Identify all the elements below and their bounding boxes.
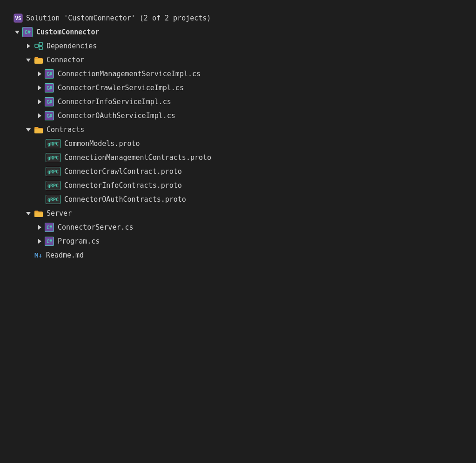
grpc-icon-5: gRPC — [46, 195, 60, 204]
cs-file-item[interactable]: C# ConnectorInfoServiceImpl.cs — [0, 95, 476, 109]
connector-folder-icon — [34, 55, 44, 65]
cs-server-icon-1: C# — [45, 223, 54, 232]
grpc-icon-2: gRPC — [46, 153, 60, 162]
proto-file-item[interactable]: gRPC ConnectorInfoContracts.proto — [0, 179, 476, 192]
dependencies-icon — [34, 41, 44, 51]
connector-folder-chevron — [24, 56, 33, 64]
svg-rect-2 — [35, 44, 38, 47]
proto-file-item[interactable]: gRPC ConnectorCrawlContract.proto — [0, 165, 476, 179]
proto-file-item[interactable]: gRPC CommonModels.proto — [0, 137, 476, 151]
cs-server-chevron-1 — [35, 223, 44, 232]
proto-label-3: ConnectorCrawlContract.proto — [64, 167, 182, 176]
solution-explorer: VS Solution 'CustomConnector' (2 of 2 pr… — [0, 7, 476, 266]
cs-icon-4: C# — [45, 111, 54, 120]
project-label: CustomConnector — [36, 28, 99, 36]
server-folder-icon — [34, 208, 44, 218]
solution-icon: VS — [13, 13, 23, 23]
dependencies-label: Dependencies — [47, 42, 97, 50]
cs-icon-3: C# — [45, 97, 54, 106]
readme-item[interactable]: M↓ Readme.md — [0, 248, 476, 262]
svg-text:VS: VS — [15, 15, 21, 21]
markdown-icon: M↓ — [34, 251, 42, 259]
proto-label-4: ConnectorInfoContracts.proto — [64, 181, 182, 190]
chevron-placeholder — [4, 14, 12, 22]
grpc-icon-1: gRPC — [46, 139, 60, 148]
cs-icon-2: C# — [45, 83, 54, 93]
grpc-icon-4: gRPC — [46, 181, 60, 190]
contracts-folder-chevron — [24, 126, 33, 134]
dependencies-chevron — [24, 42, 33, 50]
svg-rect-4 — [39, 46, 42, 50]
server-folder-label: Server — [47, 209, 72, 218]
cs-server-chevron-2 — [35, 237, 44, 245]
project-chevron — [13, 28, 21, 36]
project-item[interactable]: C# CustomConnector — [0, 25, 476, 39]
cs-server-file-item[interactable]: C# Program.cs — [0, 234, 476, 248]
proto-label-1: CommonModels.proto — [64, 139, 140, 148]
dependencies-item[interactable]: Dependencies — [0, 39, 476, 53]
grpc-icon-3: gRPC — [46, 167, 60, 176]
solution-item[interactable]: VS Solution 'CustomConnector' (2 of 2 pr… — [0, 11, 476, 25]
cs-file-item[interactable]: C# ConnectorOAuthServiceImpl.cs — [0, 109, 476, 123]
cs-file-chevron — [35, 70, 44, 78]
cs-server-file-item[interactable]: C# ConnectorServer.cs — [0, 220, 476, 234]
csharp-project-icon: C# — [22, 27, 33, 37]
cs-file-chevron-2 — [35, 84, 44, 92]
file-label-2: ConnectorCrawlerServiceImpl.cs — [58, 84, 184, 92]
contracts-folder-icon — [34, 125, 44, 135]
solution-label: Solution 'CustomConnector' (2 of 2 proje… — [26, 14, 211, 22]
readme-label: Readme.md — [46, 251, 84, 259]
cs-file-chevron-3 — [35, 98, 44, 106]
cs-file-item[interactable]: C# ConnectorCrawlerServiceImpl.cs — [0, 81, 476, 95]
proto-file-item[interactable]: gRPC ConnectorOAuthContracts.proto — [0, 192, 476, 206]
server-folder-item[interactable]: Server — [0, 206, 476, 220]
connector-folder-label: Connector — [47, 56, 84, 64]
server-file-label-1: ConnectorServer.cs — [58, 223, 134, 232]
contracts-folder-label: Contracts — [47, 126, 84, 134]
cs-server-icon-2: C# — [45, 237, 54, 246]
contracts-folder-item[interactable]: Contracts — [0, 123, 476, 137]
svg-rect-3 — [39, 42, 42, 46]
file-label-1: ConnectionManagementServiceImpl.cs — [58, 70, 201, 78]
file-label-4: ConnectorOAuthServiceImpl.cs — [58, 112, 175, 120]
cs-file-chevron-4 — [35, 112, 44, 120]
proto-file-item[interactable]: gRPC ConnectionManagementContracts.proto — [0, 151, 476, 165]
server-folder-chevron — [24, 209, 33, 218]
proto-label-2: ConnectionManagementContracts.proto — [64, 153, 211, 162]
proto-label-5: ConnectorOAuthContracts.proto — [64, 195, 186, 204]
server-file-label-2: Program.cs — [58, 237, 100, 245]
file-label-3: ConnectorInfoServiceImpl.cs — [58, 98, 171, 106]
cs-icon-1: C# — [45, 69, 54, 79]
cs-file-item[interactable]: C# ConnectionManagementServiceImpl.cs — [0, 67, 476, 81]
connector-folder-item[interactable]: Connector — [0, 53, 476, 67]
